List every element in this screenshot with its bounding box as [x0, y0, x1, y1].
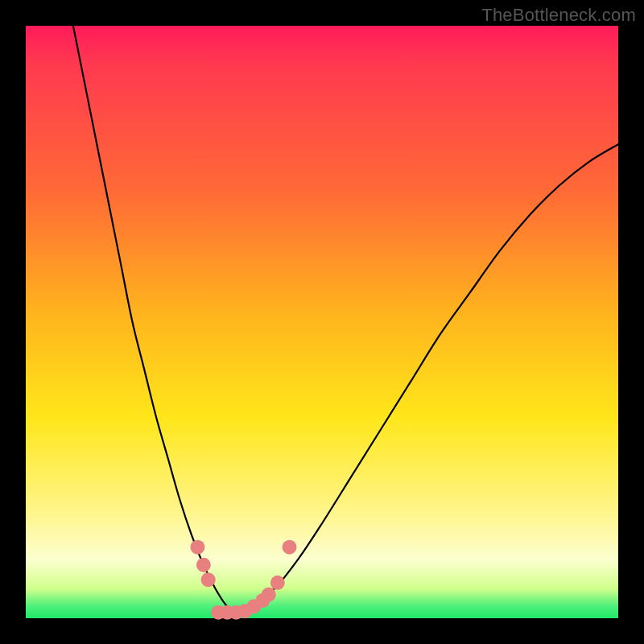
chart-frame: TheBottleneck.com — [0, 0, 644, 644]
bottleneck-curve-path — [73, 26, 618, 613]
marker-dot — [190, 540, 204, 555]
curve-layer — [26, 26, 618, 618]
watermark-text: TheBottleneck.com — [481, 5, 636, 26]
marker-dot — [201, 572, 216, 587]
marker-dot — [270, 576, 285, 590]
marker-dot — [283, 540, 297, 555]
marker-dot — [262, 588, 276, 602]
plot-area — [26, 26, 618, 618]
marker-dot — [196, 558, 211, 572]
marker-group — [190, 540, 296, 620]
